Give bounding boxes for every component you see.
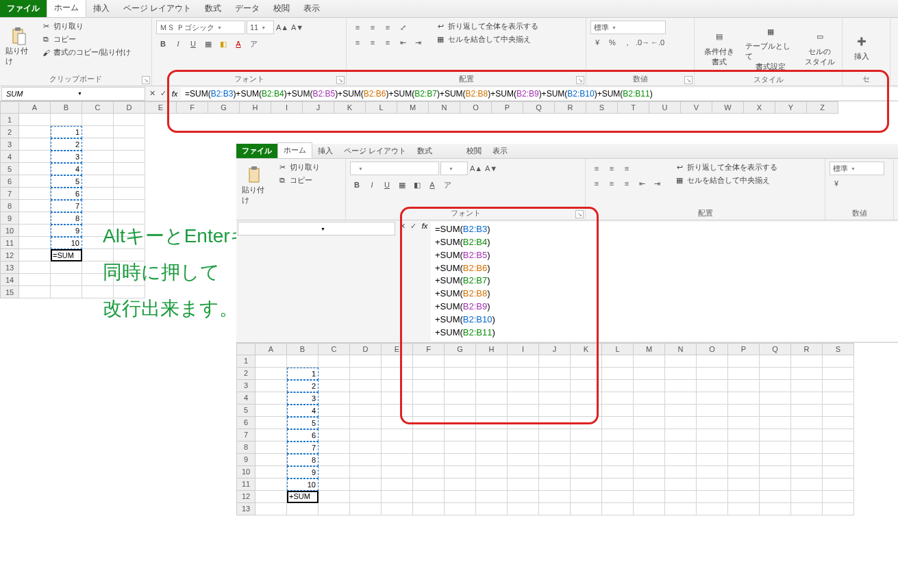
cut-button[interactable]: ✂切り取り bbox=[38, 21, 134, 32]
col-header-J[interactable]: J bbox=[303, 101, 334, 114]
cell-2-H3[interactable] bbox=[476, 380, 508, 392]
cell-2-J1[interactable] bbox=[539, 355, 571, 368]
cell-2-F13[interactable] bbox=[413, 503, 445, 515]
cell-2-F11[interactable] bbox=[413, 478, 445, 491]
indent-dec-button-2[interactable]: ⇤ bbox=[635, 177, 649, 190]
cell-A12[interactable] bbox=[19, 249, 51, 261]
cell-2-N12[interactable] bbox=[665, 491, 697, 503]
cell-2-H5[interactable] bbox=[476, 405, 508, 417]
format-as-table-button[interactable]: ▦テーブルとして書式設定 bbox=[744, 21, 797, 73]
cell-2-R4[interactable] bbox=[791, 392, 823, 405]
cell-2-F2[interactable] bbox=[413, 368, 445, 380]
col-header-H[interactable]: H bbox=[240, 101, 271, 114]
tab-pagelayout-2[interactable]: ページ レイアウト bbox=[338, 144, 412, 158]
cell-D4[interactable] bbox=[114, 151, 145, 163]
cell-2-C12[interactable] bbox=[319, 491, 350, 503]
cell-2-K5[interactable] bbox=[571, 405, 602, 417]
align-center-button-2[interactable]: ≡ bbox=[605, 177, 619, 190]
cell-2-J13[interactable] bbox=[539, 503, 571, 515]
row-header-2-4[interactable]: 4 bbox=[236, 392, 255, 405]
font-size-combo-2[interactable]: ▼ bbox=[440, 162, 468, 175]
cell-D1[interactable] bbox=[114, 114, 145, 126]
bold-button[interactable]: B bbox=[156, 37, 170, 51]
cell-2-M12[interactable] bbox=[634, 491, 665, 503]
font-color-button-2[interactable]: A bbox=[425, 178, 439, 192]
col-header-2-K[interactable]: K bbox=[571, 343, 602, 355]
tab-insert[interactable]: 挿入 bbox=[86, 0, 116, 17]
cell-2-E7[interactable] bbox=[382, 429, 413, 442]
cell-2-D12[interactable] bbox=[350, 491, 382, 503]
cell-2-J8[interactable] bbox=[539, 442, 571, 454]
cell-2-S4[interactable] bbox=[823, 392, 854, 405]
cell-C5[interactable] bbox=[82, 163, 114, 175]
cell-2-O6[interactable] bbox=[697, 417, 728, 429]
cell-A8[interactable] bbox=[19, 200, 51, 212]
col-header-X[interactable]: X bbox=[744, 101, 775, 114]
cell-2-J6[interactable] bbox=[539, 417, 571, 429]
cell-2-R7[interactable] bbox=[791, 429, 823, 442]
cell-2-E6[interactable] bbox=[382, 417, 413, 429]
cell-A3[interactable] bbox=[19, 138, 51, 151]
cell-C3[interactable] bbox=[82, 138, 114, 151]
cell-2-I9[interactable] bbox=[508, 454, 539, 466]
row-header-12[interactable]: 12 bbox=[0, 249, 19, 261]
col-header-2-R[interactable]: R bbox=[791, 343, 823, 355]
col-header-2-Q[interactable]: Q bbox=[760, 343, 791, 355]
number-launcher[interactable]: ↘ bbox=[684, 76, 693, 84]
tab-view-2[interactable]: 表示 bbox=[487, 144, 513, 158]
formula-cancel-button[interactable]: ✕ bbox=[147, 89, 158, 98]
cell-B12[interactable]: =SUM bbox=[51, 249, 82, 261]
cell-2-N3[interactable] bbox=[665, 380, 697, 392]
cell-2-L4[interactable] bbox=[602, 392, 634, 405]
cell-A7[interactable] bbox=[19, 188, 51, 200]
col-header-2-G[interactable]: G bbox=[445, 343, 476, 355]
cell-2-A13[interactable] bbox=[255, 503, 287, 515]
cell-2-B8[interactable]: 7 bbox=[287, 442, 319, 454]
cell-2-F1[interactable] bbox=[413, 355, 445, 368]
row-header-2-10[interactable]: 10 bbox=[236, 466, 255, 478]
cell-2-A7[interactable] bbox=[255, 429, 287, 442]
cell-2-Q11[interactable] bbox=[760, 478, 791, 491]
merge-center-button[interactable]: ▦セルを結合して中央揃え bbox=[433, 34, 541, 45]
cell-C1[interactable] bbox=[82, 114, 114, 126]
col-header-Y[interactable]: Y bbox=[775, 101, 807, 114]
cell-2-N9[interactable] bbox=[665, 454, 697, 466]
cell-2-I6[interactable] bbox=[508, 417, 539, 429]
formula-bar-2[interactable]: =SUM(B2:B3)+SUM(B2:B4)+SUM(B2:B5)+SUM(B2… bbox=[431, 222, 898, 341]
cell-2-O13[interactable] bbox=[697, 503, 728, 515]
col-header-Z[interactable]: Z bbox=[807, 101, 838, 114]
cell-2-N11[interactable] bbox=[665, 478, 697, 491]
cell-2-G2[interactable] bbox=[445, 368, 476, 380]
col-header-R[interactable]: R bbox=[555, 101, 586, 114]
col-header-2-S[interactable]: S bbox=[823, 343, 854, 355]
cell-2-D5[interactable] bbox=[350, 405, 382, 417]
cell-2-M7[interactable] bbox=[634, 429, 665, 442]
cell-2-E5[interactable] bbox=[382, 405, 413, 417]
cell-2-I1[interactable] bbox=[508, 355, 539, 368]
tab-home[interactable]: ホーム bbox=[47, 0, 86, 17]
cell-2-Q12[interactable] bbox=[760, 491, 791, 503]
cell-2-L6[interactable] bbox=[602, 417, 634, 429]
cell-A2[interactable] bbox=[19, 126, 51, 138]
cell-2-O9[interactable] bbox=[697, 454, 728, 466]
cell-2-L11[interactable] bbox=[602, 478, 634, 491]
cell-2-D1[interactable] bbox=[350, 355, 382, 368]
cell-D7[interactable] bbox=[114, 188, 145, 200]
align-left-button[interactable]: ≡ bbox=[351, 36, 364, 49]
col-header-2-N[interactable]: N bbox=[665, 343, 697, 355]
cell-2-B11[interactable]: 10 bbox=[287, 478, 319, 491]
cell-2-G6[interactable] bbox=[445, 417, 476, 429]
cell-2-O4[interactable] bbox=[697, 392, 728, 405]
cell-2-M9[interactable] bbox=[634, 454, 665, 466]
cell-A13[interactable] bbox=[19, 261, 51, 274]
cell-D6[interactable] bbox=[114, 175, 145, 188]
cell-2-D10[interactable] bbox=[350, 466, 382, 478]
name-box[interactable]: SUM ▼ bbox=[1, 87, 145, 101]
fx-button[interactable]: fx bbox=[169, 90, 181, 98]
cell-2-M10[interactable] bbox=[634, 466, 665, 478]
cell-2-L12[interactable] bbox=[602, 491, 634, 503]
bold-button-2[interactable]: B bbox=[350, 178, 364, 192]
cell-2-P1[interactable] bbox=[728, 355, 760, 368]
col-header-B[interactable]: B bbox=[51, 101, 82, 114]
cell-2-B3[interactable]: 2 bbox=[287, 380, 319, 392]
